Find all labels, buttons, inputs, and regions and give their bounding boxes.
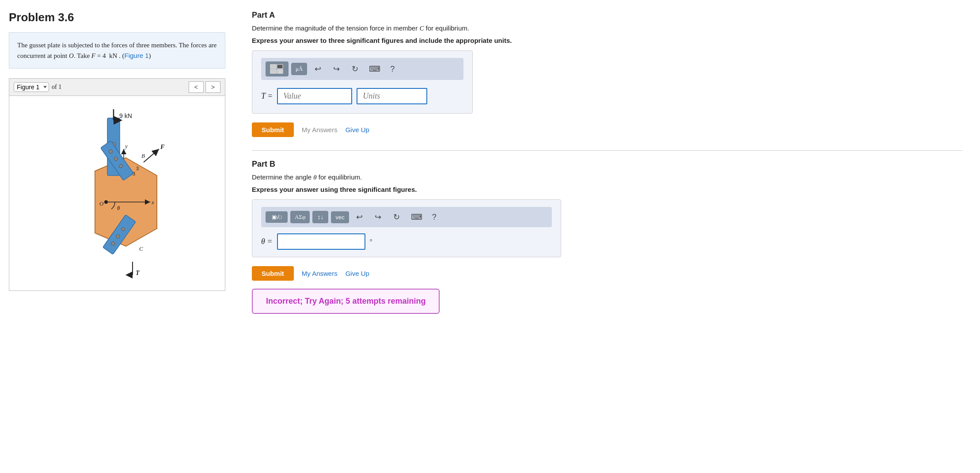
svg-rect-38: [280, 69, 283, 73]
svg-line-15: [144, 149, 159, 162]
keyboard-btn-b[interactable]: ⌨: [407, 210, 426, 224]
figure-select-wrapper[interactable]: Figure 1: [14, 82, 49, 92]
incorrect-text: Incorrect; Try Again; 5 attempts remaini…: [266, 297, 425, 305]
redo-btn-a[interactable]: ↪: [328, 62, 344, 76]
part-a-description: Determine the magnitude of the tension f…: [252, 24, 962, 32]
part-b-instruction: Express your answer using three signific…: [252, 186, 962, 193]
mu-angstrom-btn-a[interactable]: μÅ: [291, 63, 307, 75]
svg-rect-37: [277, 69, 280, 73]
svg-rect-36: [270, 69, 276, 73]
degree-symbol: °: [370, 238, 372, 246]
part-a-my-answers-link[interactable]: My Answers: [302, 126, 338, 134]
figure-controls: Figure 1 of 1 < >: [9, 78, 225, 291]
part-b-submit-btn[interactable]: Submit: [252, 266, 294, 281]
part-a-input-row: T =: [261, 86, 463, 106]
toolbar-a: μÅ ↩ ↪ ↻ ⌨ ?: [261, 58, 463, 80]
part-b-eq-label: θ =: [261, 237, 273, 246]
part-b-theta-input[interactable]: [277, 233, 365, 250]
part-b-answer-box: ▣√□ AΣφ ↕↓ vec ↩ ↪ ↻ ⌨ ? θ = °: [252, 199, 561, 257]
divider: [252, 150, 962, 151]
svg-text:C: C: [139, 245, 143, 252]
undo-btn-a[interactable]: ↩: [310, 62, 326, 76]
desc-force-var: F: [91, 52, 95, 59]
part-b-description: Determine the angle θ for equilibrium.: [252, 173, 962, 181]
desc-point: O: [69, 52, 74, 59]
part-a-instruction: Express your answer to three significant…: [252, 37, 962, 44]
part-a-member-c: C: [419, 25, 424, 32]
part-b-section: Part B Determine the angle θ for equilib…: [252, 160, 962, 314]
part-a-give-up-link[interactable]: Give Up: [346, 126, 369, 134]
part-b-input-row: θ = °: [261, 233, 552, 250]
svg-text:F: F: [160, 144, 165, 150]
diagram-svg: 9 kN y A B: [55, 105, 179, 282]
help-btn-a[interactable]: ?: [387, 63, 398, 76]
undo-btn-b[interactable]: ↩: [352, 210, 368, 224]
part-a-value-input[interactable]: [277, 88, 352, 104]
vec-btn-b[interactable]: vec: [331, 211, 349, 223]
refresh-btn-a[interactable]: ↻: [347, 62, 363, 76]
part-a-eq-label: T =: [261, 92, 273, 101]
part-a-answer-box: μÅ ↩ ↪ ↻ ⌨ ? T =: [252, 50, 473, 114]
incorrect-box: Incorrect; Try Again; 5 attempts remaini…: [252, 289, 440, 314]
toolbar-b: ▣√□ AΣφ ↕↓ vec ↩ ↪ ↻ ⌨ ?: [261, 207, 552, 227]
svg-text:9 kN: 9 kN: [119, 112, 132, 119]
part-a-action-row: Submit My Answers Give Up: [252, 122, 962, 137]
part-a-title: Part A: [252, 11, 962, 20]
figure-nav-buttons: < >: [189, 81, 220, 93]
desc-text1: The gusset plate is subjected to the for…: [17, 42, 217, 59]
part-b-my-answers-link[interactable]: My Answers: [302, 270, 338, 277]
svg-text:3: 3: [136, 166, 139, 171]
refresh-btn-b[interactable]: ↻: [389, 210, 405, 224]
help-btn-b[interactable]: ?: [429, 211, 440, 224]
part-b-action-row: Submit My Answers Give Up: [252, 266, 962, 281]
right-panel: Part A Determine the magnitude of the te…: [234, 0, 980, 473]
part-a-section: Part A Determine the magnitude of the te…: [252, 11, 962, 137]
figure-next-btn[interactable]: >: [205, 81, 220, 93]
keyboard-btn-a[interactable]: ⌨: [365, 62, 384, 76]
figure-header: Figure 1 of 1 < >: [9, 79, 225, 96]
figure-image-area: 9 kN y A B: [9, 96, 225, 290]
part-a-units-input[interactable]: [357, 88, 427, 104]
svg-text:O: O: [99, 200, 104, 207]
figure-select[interactable]: Figure 1: [14, 82, 49, 92]
figure-prev-btn[interactable]: <: [189, 81, 204, 93]
svg-text:T: T: [136, 270, 140, 276]
part-b-title: Part B: [252, 160, 962, 169]
updown-btn-b[interactable]: ↕↓: [312, 211, 328, 223]
template-btn-a[interactable]: [266, 61, 289, 76]
left-panel: Problem 3.6 The gusset plate is subjecte…: [0, 0, 234, 473]
svg-text:θ: θ: [117, 205, 120, 211]
figure1-link[interactable]: Figure 1: [125, 52, 149, 59]
figure-select-area: Figure 1 of 1: [14, 82, 61, 92]
figure-of-label: of 1: [52, 84, 61, 91]
part-b-theta-var: θ: [313, 174, 316, 181]
svg-text:B: B: [141, 153, 145, 159]
svg-text:3: 3: [133, 171, 135, 176]
part-a-submit-btn[interactable]: Submit: [252, 122, 294, 137]
problem-title: Problem 3.6: [9, 11, 225, 24]
svg-text:x: x: [151, 199, 154, 206]
problem-description: The gusset plate is subjected to the for…: [9, 32, 225, 69]
redo-btn-b[interactable]: ↪: [370, 210, 386, 224]
sigma-btn-b[interactable]: AΣφ: [290, 211, 310, 223]
svg-text:y: y: [124, 143, 128, 149]
part-b-give-up-link[interactable]: Give Up: [346, 270, 369, 277]
svg-rect-34: [270, 65, 276, 69]
svg-rect-35: [277, 65, 283, 69]
template-btn-b[interactable]: ▣√□: [266, 211, 288, 223]
